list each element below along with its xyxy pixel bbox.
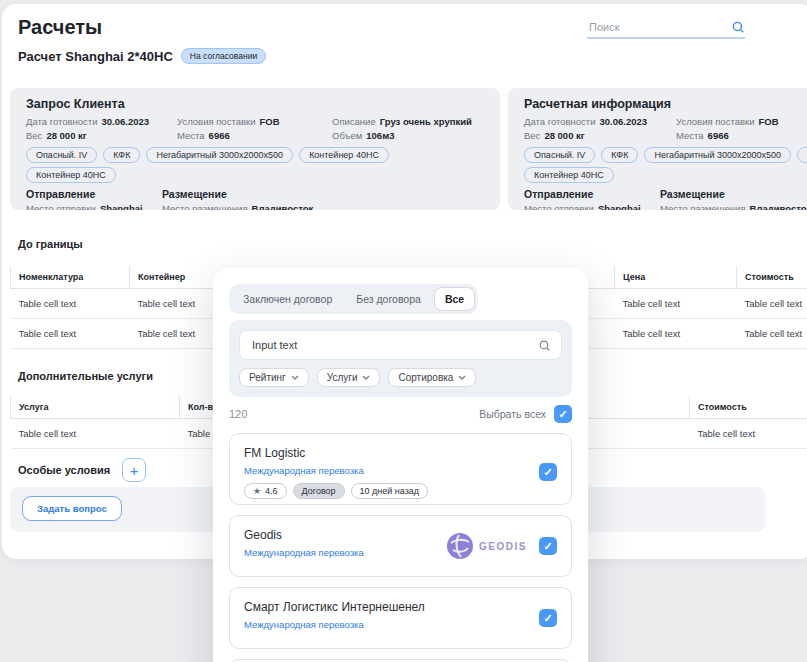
panel-title: Запрос Клиента <box>26 97 484 111</box>
field-weight: Вес28 000 кг <box>524 130 676 141</box>
carrier-card-geodis[interactable]: Geodis Международная перевозка GEODIS ✓ <box>229 515 572 577</box>
route-block: Отправление Размещение Место отправкиSha… <box>524 188 807 210</box>
calculation-header: Расчет Shanghai 2*40HC На согласовании <box>18 48 266 64</box>
cargo-tag: КФК <box>103 147 140 163</box>
checkmark-icon: ✓ <box>558 408 567 421</box>
departure-title: Отправление <box>26 188 162 200</box>
departure-place: Место отправкиShanghai <box>524 203 660 210</box>
tab-all[interactable]: Все <box>434 287 475 311</box>
search-icon[interactable] <box>731 20 745 34</box>
select-all-label: Выбрать всех <box>479 408 546 420</box>
cargo-tag: Контейнер 40НС <box>26 167 116 183</box>
carrier-category-link[interactable]: Международная перевозка <box>244 547 364 558</box>
cargo-tag: Контейнер 40НС <box>299 147 389 163</box>
departure-place: Место отправкиShanghai <box>26 203 162 210</box>
carrier-search[interactable] <box>239 330 562 360</box>
contract-tag: Договор <box>293 483 345 499</box>
column-header: Номенклатура <box>11 266 130 289</box>
table-cell: Table cell text <box>690 419 807 449</box>
chevron-down-icon <box>362 375 370 380</box>
select-all-control: Выбрать всех ✓ <box>479 405 572 423</box>
carrier-card-smart-logistics[interactable]: Смарт Логистикс Интернешенел Международн… <box>229 587 572 649</box>
column-header: Стоимость <box>690 396 807 419</box>
cargo-tag: Контейнер 40НС <box>524 167 614 183</box>
carrier-category-link[interactable]: Международная перевозка <box>244 465 364 476</box>
field-delivery-terms: Условия поставкиFOB <box>676 116 807 127</box>
carrier-select-modal: Заключен договор Без договора Все Рейтин… <box>213 268 588 662</box>
chevron-down-icon <box>291 375 299 380</box>
special-terms-title: Особые условия <box>18 464 110 476</box>
calc-fields: Дата готовности30.06.2023 Условия постав… <box>524 116 807 141</box>
cargo-tag: Контейнер 40НС <box>797 147 807 163</box>
field-places: Места6966 <box>676 130 807 141</box>
rating-tag: ★ 4.6 <box>244 483 287 499</box>
table-cell: Table cell text <box>11 319 130 349</box>
carrier-checkbox[interactable]: ✓ <box>539 463 557 481</box>
field-ready-date: Дата готовности30.06.2023 <box>26 116 177 127</box>
carrier-tags: ★ 4.6 Договор 10 дней назад <box>244 483 557 499</box>
page: Расчеты Расчет Shanghai 2*40HC На соглас… <box>0 0 807 662</box>
table-cell: Table cell text <box>11 419 180 449</box>
geodis-logo-text: GEODIS <box>479 541 527 552</box>
filter-chips: Рейтинг Услуги Сортировка <box>239 368 562 387</box>
calculation-info-panel: Расчетная информация Дата готовности30.0… <box>508 88 807 210</box>
field-description: ОписаниеГруз очень хрупкий <box>332 116 484 127</box>
carrier-name: FM Logistic <box>244 446 557 460</box>
results-count: 120 <box>229 408 247 420</box>
filter-box: Рейтинг Услуги Сортировка <box>229 320 572 397</box>
departure-title: Отправление <box>524 188 660 200</box>
table-cell: Table cell text <box>11 289 130 319</box>
table-cell: Table cell text <box>615 319 737 349</box>
results-row: 120 Выбрать всех ✓ <box>229 405 572 423</box>
calculation-title: Расчет Shanghai 2*40HC <box>18 49 173 64</box>
carrier-checkbox[interactable]: ✓ <box>539 609 557 627</box>
chevron-down-icon <box>458 375 466 380</box>
page-title: Расчеты <box>18 16 102 39</box>
cargo-tag: Негабаритный 3000x2000x500 <box>644 147 791 163</box>
services-filter-dropdown[interactable]: Услуги <box>317 368 381 387</box>
plus-icon: + <box>130 463 139 478</box>
column-header: Стоимость <box>737 266 807 289</box>
cargo-tags: Опасный. IV КФК Негабаритный 3000x2000x5… <box>524 147 807 183</box>
checkmark-icon: ✓ <box>543 540 552 553</box>
rating-filter-dropdown[interactable]: Рейтинг <box>239 368 309 387</box>
global-search-input[interactable] <box>587 20 731 34</box>
carrier-search-input[interactable] <box>250 338 538 352</box>
placement-title: Размещение <box>162 188 484 200</box>
checkmark-icon: ✓ <box>543 466 552 479</box>
placement-place: Место размещенияВладивосток <box>660 203 807 210</box>
cargo-tags: Опасный. IV КФК Негабаритный 3000x2000x5… <box>26 147 456 183</box>
field-ready-date: Дата готовности30.06.2023 <box>524 116 676 127</box>
special-terms-row: Особые условия + <box>18 458 146 482</box>
table-cell: Table cell text <box>615 289 737 319</box>
client-fields: Дата готовности30.06.2023 Условия постав… <box>26 116 484 141</box>
select-all-checkbox[interactable]: ✓ <box>554 405 572 423</box>
field-places: Места6966 <box>177 130 332 141</box>
checkmark-icon: ✓ <box>543 612 552 625</box>
column-header: Услуга <box>11 396 180 419</box>
add-special-term-button[interactable]: + <box>122 458 146 482</box>
geodis-logo-icon <box>447 533 473 559</box>
tab-without-contract[interactable]: Без договора <box>345 287 432 311</box>
services-section-title: Дополнительные услуги <box>18 370 153 382</box>
carrier-card-fm-logistic[interactable]: FM Logistic Международная перевозка ★ 4.… <box>229 433 572 505</box>
field-weight: Вес28 000 кг <box>26 130 177 141</box>
cargo-tag: КФК <box>601 147 638 163</box>
contract-tabs: Заключен договор Без договора Все <box>229 284 478 314</box>
cargo-tag: Опасный. IV <box>26 147 97 163</box>
tab-with-contract[interactable]: Заключен договор <box>232 287 343 311</box>
search-icon[interactable] <box>538 339 551 352</box>
client-request-panel: Запрос Клиента Дата готовности30.06.2023… <box>10 88 500 210</box>
carrier-checkbox[interactable]: ✓ <box>539 537 557 555</box>
route-block: Отправление Размещение Место отправкиSha… <box>26 188 484 210</box>
carrier-category-link[interactable]: Международная перевозка <box>244 619 364 630</box>
column-header: Цена <box>615 266 737 289</box>
cargo-tag: Опасный. IV <box>524 147 595 163</box>
table-cell: Table cell text <box>737 289 807 319</box>
field-delivery-terms: Условия поставкиFOB <box>177 116 332 127</box>
ask-question-button[interactable]: Задать вопрос <box>22 496 122 521</box>
sort-filter-dropdown[interactable]: Сортировка <box>388 368 476 387</box>
panel-title: Расчетная информация <box>524 97 807 111</box>
placement-title: Размещение <box>660 188 807 200</box>
global-search[interactable] <box>587 20 745 39</box>
